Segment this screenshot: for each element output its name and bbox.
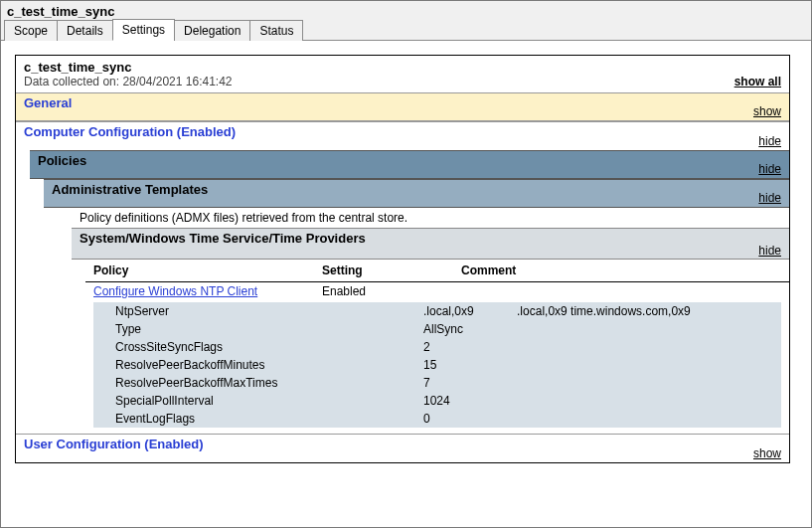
section-computer-configuration-toggle[interactable]: hide [758,133,781,149]
detail-eventlogflags: EventLogFlags 0 [93,410,781,428]
detail-crosssitesyncflags-value: 2 [423,340,781,354]
policy-setting-value: Enabled [314,282,453,301]
policy-table-header-row: Policy Setting Comment [85,260,789,282]
detail-resolvepeerbackoffmaxtimes-label: ResolvePeerBackoffMaxTimes [115,376,423,390]
gpo-report-window: c_test_time_sync Scope Details Settings … [0,0,812,528]
tab-details[interactable]: Details [57,20,113,41]
section-general[interactable]: General show [16,92,789,121]
detail-specialpollinterval-value: 1024 [423,394,781,408]
show-all-link[interactable]: show all [734,75,781,88]
section-admin-templates-label: Administrative Templates [52,182,208,197]
detail-type-value: AllSync [423,322,781,336]
section-general-toggle[interactable]: show [753,103,781,119]
report-header: c_test_time_sync Data collected on: 28/0… [16,56,789,92]
detail-ntpserver: NtpServer .local,0x9 .local,0x9 time.win… [93,302,781,320]
detail-specialpollinterval: SpecialPollInterval 1024 [93,392,781,410]
policy-detail-block: NtpServer .local,0x9 .local,0x9 time.win… [93,302,781,428]
tab-strip: Scope Details Settings Delegation Status [1,19,811,41]
report-title: c_test_time_sync [24,60,781,75]
settings-content: c_test_time_sync Data collected on: 28/0… [1,41,811,473]
policy-name-link[interactable]: Configure Windows NTP Client [93,284,257,298]
section-admin-templates-toggle[interactable]: hide [758,190,781,206]
collected-date: 28/04/2021 16:41:42 [122,75,232,88]
policy-report: c_test_time_sync Data collected on: 28/0… [15,55,790,463]
detail-crosssitesyncflags-label: CrossSiteSyncFlags [115,340,423,354]
report-collected-on: Data collected on: 28/04/2021 16:41:42 [24,75,781,88]
col-comment: Comment [453,260,789,282]
tab-scope[interactable]: Scope [4,20,58,41]
section-time-providers-toggle[interactable]: hide [758,243,781,259]
section-time-providers-label: System/Windows Time Service/Time Provide… [80,231,366,246]
section-user-configuration-label: User Configuration (Enabled) [24,437,204,451]
policy-comment-value [453,282,789,301]
detail-ntpserver-value: .local,0x9 .local,0x9 time.windows.com,0… [423,304,781,318]
detail-resolvepeerbackoffminutes-label: ResolvePeerBackoffMinutes [115,358,423,372]
col-policy: Policy [85,260,314,282]
detail-eventlogflags-label: EventLogFlags [115,412,423,426]
detail-resolvepeerbackoffminutes: ResolvePeerBackoffMinutes 15 [93,356,781,374]
tab-delegation[interactable]: Delegation [174,20,250,41]
detail-type-label: Type [115,322,423,336]
section-policies-label: Policies [38,153,86,168]
detail-specialpollinterval-label: SpecialPollInterval [115,394,423,408]
window-title: c_test_time_sync [1,1,811,19]
section-computer-configuration-label: Computer Configuration (Enabled) [24,124,236,139]
section-computer-configuration[interactable]: Computer Configuration (Enabled) hide [16,121,789,150]
tab-settings[interactable]: Settings [112,19,175,41]
detail-type: Type AllSync [93,320,781,338]
policy-row: Configure Windows NTP Client Enabled [85,282,789,301]
detail-resolvepeerbackoffmaxtimes: ResolvePeerBackoffMaxTimes 7 [93,374,781,392]
detail-crosssitesyncflags: CrossSiteSyncFlags 2 [93,338,781,356]
section-policies-toggle[interactable]: hide [758,161,781,177]
section-user-configuration-toggle[interactable]: show [753,445,781,461]
detail-eventlogflags-value: 0 [423,412,781,426]
tab-status[interactable]: Status [249,20,303,41]
collected-prefix: Data collected on: [24,75,122,88]
section-time-providers[interactable]: System/Windows Time Service/Time Provide… [72,228,789,260]
section-policies[interactable]: Policies hide [30,150,789,179]
detail-resolvepeerbackoffmaxtimes-value: 7 [423,376,781,390]
section-user-configuration[interactable]: User Configuration (Enabled) show [16,434,789,462]
detail-resolvepeerbackoffminutes-value: 15 [423,358,781,372]
detail-ntpserver-label: NtpServer [115,304,423,318]
section-general-label: General [24,95,72,110]
section-admin-templates[interactable]: Administrative Templates hide [44,179,789,208]
policy-table: Policy Setting Comment Configure Windows… [85,260,789,300]
admx-note: Policy definitions (ADMX files) retrieve… [72,208,789,228]
col-setting: Setting [314,260,453,282]
